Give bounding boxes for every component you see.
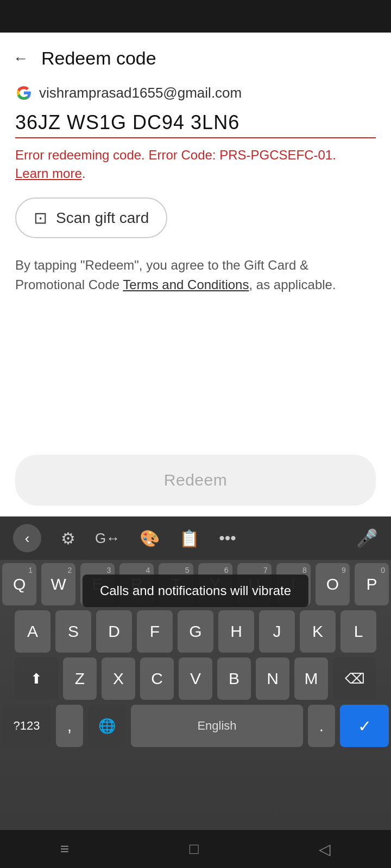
menu-nav-icon[interactable]: ≡ [60,840,69,858]
keyboard-collapse-button[interactable]: ‹ [13,524,41,552]
key-l[interactable]: L [340,610,376,653]
keys-area: 1Q 2W 3E 4R 5T 6Y 7U 8I 9O 0P A S D F G … [0,560,391,747]
keyboard-row-2: A S D F G H J K L [2,610,389,653]
key-s[interactable]: S [55,610,91,653]
keyboard-row-3: ⬆ Z X C V B N M ⌫ [2,658,389,700]
navigation-bar: ≡ □ ◁ [0,830,391,868]
numbers-key[interactable]: ?123 [2,705,51,747]
theme-icon[interactable]: 🎨 [140,529,160,548]
clipboard-icon[interactable]: 📋 [179,529,199,548]
key-c[interactable]: C [140,658,174,700]
account-row: vishramprasad1655@gmail.com [0,80,391,111]
keyboard: ‹ ⚙ G↔ 🎨 📋 ••• 🎤 1Q 2W 3E 4R 5T 6Y 7U 8I… [0,516,391,868]
error-message: Error redeeming code. Error Code: PRS-PG… [15,146,376,182]
key-o[interactable]: 9O [316,563,350,605]
key-y[interactable]: 6Y [198,563,232,605]
key-t[interactable]: 5T [159,563,193,605]
key-k[interactable]: K [300,610,336,653]
key-b[interactable]: B [217,658,251,700]
code-input-wrapper [15,111,376,138]
period-key[interactable]: . [308,705,335,747]
keyboard-settings-icon[interactable]: ⚙ [61,529,75,548]
key-i[interactable]: 8I [276,563,311,605]
scan-button-label: Scan gift card [56,209,149,227]
key-w[interactable]: 2W [41,563,75,605]
key-d[interactable]: D [96,610,132,653]
header: ← Redeem code [0,33,391,80]
translate-icon[interactable]: G↔ [95,530,120,547]
globe-key[interactable]: 🌐 [88,705,126,747]
error-text: Error redeeming code. Error Code: PRS-PG… [15,148,336,162]
more-options-icon[interactable]: ••• [219,529,236,547]
code-input[interactable] [15,111,376,134]
space-key[interactable]: English [131,705,303,747]
key-m[interactable]: M [294,658,328,700]
scan-gift-card-button[interactable]: ⊡ Scan gift card [15,197,167,238]
key-f[interactable]: F [137,610,173,653]
microphone-icon[interactable]: 🎤 [356,528,378,548]
backspace-key[interactable]: ⌫ [333,658,376,700]
enter-key[interactable]: ✓ [340,705,389,747]
shift-key[interactable]: ⬆ [15,658,58,700]
key-a[interactable]: A [15,610,51,653]
back-nav-icon[interactable]: ◁ [319,840,331,858]
redeem-button-area: Redeem [0,455,391,516]
key-n[interactable]: N [256,658,289,700]
terms-link[interactable]: Terms and Conditions [123,277,249,292]
terms-suffix: , as applicable. [249,277,336,292]
keyboard-row-1: 1Q 2W 3E 4R 5T 6Y 7U 8I 9O 0P [2,563,389,605]
key-e[interactable]: 3E [80,563,115,605]
key-z[interactable]: Z [63,658,97,700]
key-h[interactable]: H [218,610,254,653]
google-logo-icon [15,84,33,101]
code-input-section: Error redeeming code. Error Code: PRS-PG… [0,111,391,295]
key-r[interactable]: 4R [119,563,154,605]
learn-more-link[interactable]: Learn more [15,166,82,181]
camera-icon: ⊡ [34,208,47,227]
chevron-left-icon: ‹ [25,530,30,547]
page-title: Redeem code [41,48,156,69]
key-v[interactable]: V [179,658,212,700]
key-p[interactable]: 0P [355,563,389,605]
redeem-button[interactable]: Redeem [15,455,376,506]
keyboard-row-4: ?123 , 🌐 English . ✓ [2,705,389,747]
comma-key[interactable]: , [56,705,83,747]
back-button[interactable]: ← [13,50,28,67]
checkmark-icon: ✓ [358,717,371,736]
status-bar [0,0,391,33]
key-x[interactable]: X [102,658,135,700]
key-g[interactable]: G [178,610,213,653]
keyboard-toolbar: ‹ ⚙ G↔ 🎨 📋 ••• 🎤 [0,516,391,560]
key-j[interactable]: J [259,610,295,653]
terms-text: By tapping "Redeem", you agree to the Gi… [15,256,376,295]
key-u[interactable]: 7U [237,563,272,605]
key-q[interactable]: 1Q [2,563,36,605]
account-email: vishramprasad1655@gmail.com [39,85,242,101]
home-nav-icon[interactable]: □ [190,840,199,858]
